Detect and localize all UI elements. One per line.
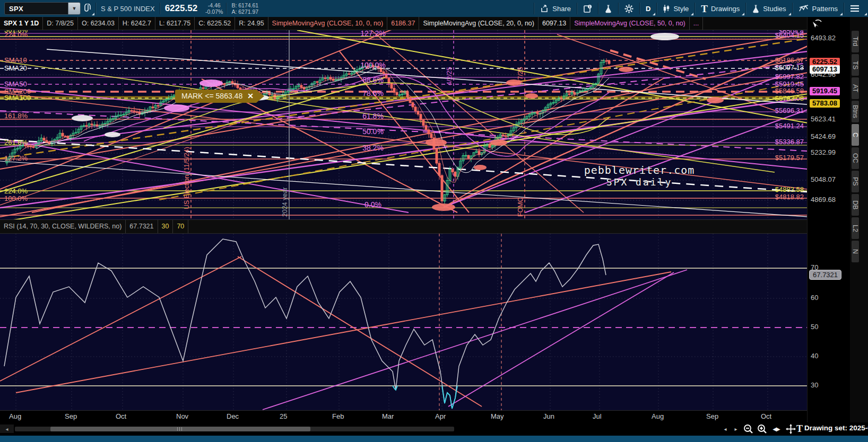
drawings-caret (742, 13, 744, 15)
price-axis-label-0: 6493.82 (811, 33, 836, 43)
sidebar-tab-c[interactable]: C (852, 124, 859, 146)
patterns-icon (798, 4, 809, 13)
timeframe-caret (653, 13, 655, 15)
analyze-button[interactable] (598, 0, 618, 17)
mark-alert-badge[interactable]: MARK <= 5863.48 ✕ (175, 90, 264, 103)
price-chart-canvas[interactable]: US Election (11/5/24)2024 year4/2/255/7/… (0, 30, 807, 219)
watermark-line2: SPX daily (552, 176, 727, 188)
style-button[interactable]: Style (657, 0, 695, 17)
chart-status-row: SPX 1 Y 1DD: 7/8/25O: 6234.03H: 6242.7L:… (0, 17, 807, 30)
hamburger-menu-icon (850, 5, 860, 12)
chart-settings-button[interactable] (619, 0, 639, 17)
ohlc-field-5: R: 24.95 (235, 17, 268, 30)
bottom-toolbar: ◂ ◂ ▸ ◀▶ T (0, 422, 868, 436)
rsi-chart-canvas[interactable] (0, 234, 807, 410)
change-percent: -0.07% (205, 8, 223, 15)
svg-text:FOMC: FOMC (517, 197, 524, 217)
bid-value: B: 6174.61 (231, 2, 258, 8)
studies-button[interactable]: Studies (746, 0, 792, 17)
time-axis-label-6: Feb (332, 412, 344, 420)
symbol-dropdown-icon[interactable]: ▼ (68, 3, 80, 14)
time-axis-label-7: Mar (382, 412, 394, 420)
price-axis-label-3: 5424.69 (811, 132, 836, 142)
sidebar-tab-n[interactable]: N (852, 241, 859, 262)
scrollbar-left-arrow[interactable]: ◂ (0, 425, 14, 433)
timeframe-button[interactable]: D (640, 0, 656, 17)
mark-alert-close-icon[interactable]: ✕ (247, 92, 254, 100)
time-axis-label-12: Aug (652, 412, 664, 420)
rsi-study-label[interactable]: RSI (14, 70, 30, CLOSE, WILDERS, no) (0, 220, 126, 233)
flask-icon (604, 4, 612, 13)
note-info-icon: i (583, 4, 592, 13)
chart-menu-button[interactable] (844, 0, 868, 17)
time-axis-label-8: Apr (435, 412, 446, 420)
right-gadget-tabs: TrdTSATBtnsCOCPSDBL2N (850, 17, 868, 422)
sidebar-tab-ts[interactable]: TS (852, 54, 859, 76)
pan-tool-icon (786, 424, 796, 434)
sidebar-tab-db[interactable]: DB (852, 194, 859, 216)
chart-title: SPX 1 Y 1D (0, 17, 43, 30)
price-axis-column[interactable]: 6493.826042.965623.415424.695232.995048.… (807, 17, 850, 422)
scrollbar-grip (177, 427, 184, 431)
ohlc-field-3: L: 6217.75 (155, 17, 195, 30)
last-price: 6225.52 (165, 3, 197, 14)
fit-width-button[interactable]: ◀▶ (769, 423, 783, 435)
rsi-value-badge: 67.7321 (809, 270, 841, 280)
drawings-icon: T (701, 4, 708, 14)
rsi-overbought-value: 70 (173, 220, 188, 233)
sidebar-tab-btns[interactable]: Btns (852, 101, 859, 122)
rsi-axis-label-1: 60 (811, 293, 818, 303)
link-caret (92, 13, 94, 15)
study-label-2[interactable]: SimpleMovingAvg (CLOSE, 50, 0, no) (570, 17, 690, 30)
share-icon (540, 4, 549, 13)
share-button[interactable]: Share (534, 0, 577, 17)
chart-scrollbar-track[interactable] (15, 427, 454, 431)
time-axis[interactable]: AugSepOctNovDec25FebMarAprMayJunJulAugSe… (0, 410, 807, 422)
zoom-out-button[interactable] (742, 423, 754, 435)
time-axis-label-4: Dec (227, 412, 239, 420)
sidebar-tab-trd[interactable]: Trd (852, 31, 859, 52)
price-axis-badge-3: 5783.08 (810, 99, 840, 108)
style-label: Style (673, 5, 689, 13)
patterns-button[interactable]: Patterns (793, 0, 844, 17)
svg-text:2024 year: 2024 year (281, 187, 289, 217)
zoom-out-icon (743, 424, 753, 434)
pan-left-button[interactable]: ◂ (721, 423, 730, 435)
active-tool-cursor-icon (811, 19, 822, 30)
sidebar-tab-ps[interactable]: PS (852, 171, 859, 192)
text-note-tool-button[interactable]: T (795, 423, 804, 435)
mark-alert-text: MARK <= 5863.48 (181, 92, 242, 100)
study-value-0: 6186.37 (387, 17, 419, 30)
thinkorswim-chart-window: { "toolbar": { "symbol": "SPX", "dropdow… (0, 0, 868, 442)
style-caret (691, 13, 693, 15)
chart-scrollbar-thumb[interactable] (50, 427, 310, 431)
sidebar-tab-l2[interactable]: L2 (852, 217, 859, 239)
symbol-input[interactable]: SPX ▼ (4, 2, 81, 15)
time-axis-label-13: Sep (706, 412, 718, 420)
study-label-1[interactable]: SimpleMovingAvg (CLOSE, 20, 0, no) (419, 17, 539, 30)
rsi-axis-label-2: 50 (811, 322, 818, 332)
rsi-chart-pane[interactable] (0, 234, 807, 410)
share-label: Share (552, 5, 571, 13)
chart-notes-button[interactable]: i (577, 0, 598, 17)
ohlc-field-2: H: 6242.7 (119, 17, 155, 30)
pan-right-button[interactable]: ▸ (731, 423, 741, 435)
change-value: -4.46 (208, 2, 221, 8)
drawing-set-selector[interactable]: Drawing set: 2025-0704 (804, 424, 868, 432)
link-button[interactable] (81, 0, 96, 17)
time-axis-label-5: 25 (280, 412, 287, 420)
time-axis-label-3: Nov (176, 412, 188, 420)
rsi-oversold-value: 30 (158, 220, 173, 233)
time-axis-label-10: Jun (543, 412, 554, 420)
price-chart-pane[interactable]: US Election (11/5/24)2024 year4/2/255/7/… (0, 30, 807, 219)
sidebar-tab-oc[interactable]: OC (852, 147, 859, 169)
time-axis-label-2: Oct (116, 412, 126, 420)
price-axis-label-5: 5048.07 (811, 175, 836, 184)
drawings-button[interactable]: T Drawings (695, 0, 745, 17)
time-axis-label-1: Sep (65, 412, 77, 420)
ohlc-field-0: D: 7/8/25 (43, 17, 78, 30)
sidebar-tab-at[interactable]: AT (852, 77, 859, 99)
study-label-0[interactable]: SimpleMovingAvg (CLOSE, 10, 0, no) (268, 17, 388, 30)
zoom-in-button[interactable] (756, 423, 768, 435)
chart-main-area: SPX 1 Y 1DD: 7/8/25O: 6234.03H: 6242.7L:… (0, 17, 868, 422)
